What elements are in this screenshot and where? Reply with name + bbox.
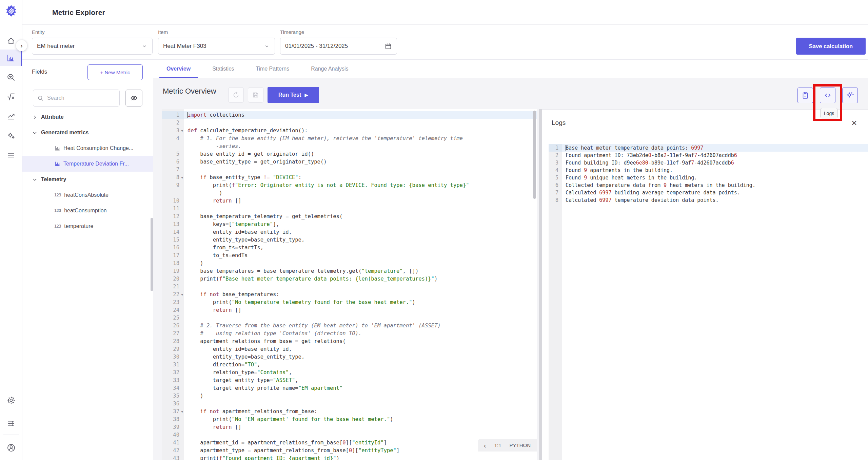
- sidebar-trend-icon[interactable]: [0, 108, 22, 124]
- tree-item-heatconsumption[interactable]: 123heatConsumption: [22, 203, 153, 218]
- code-line: 3▼def calculate_temperature_deviation():: [162, 127, 537, 135]
- line-number: 10: [162, 197, 184, 205]
- code-editor[interactable]: 1import collections2 3▼def calculate_tem…: [162, 109, 537, 460]
- line-number: 41: [162, 439, 184, 447]
- fold-toggle-icon[interactable]: ▼: [181, 127, 183, 135]
- copy-clipboard-button[interactable]: [797, 88, 813, 103]
- app-window: › Metric Explorer Entity Item Timerange …: [0, 0, 868, 460]
- fields-scrollbar-thumb[interactable]: [151, 218, 153, 291]
- statusbar-collapse-icon[interactable]: ‹: [484, 442, 486, 449]
- entity-select[interactable]: EM heat meter: [32, 38, 153, 55]
- sidebar-gear-icon[interactable]: [0, 392, 22, 408]
- sidebar-menu-icon[interactable]: [0, 147, 22, 163]
- code-text: print("No temperature telemetry found fo…: [184, 299, 537, 306]
- log-line: 3Found building ID: d9ee6e80-b89e-11ef-9…: [549, 159, 868, 167]
- tree-item-heatconsabsolute[interactable]: 123heatConsAbsolute: [22, 187, 153, 203]
- tree-label: Heat Consumption Change...: [63, 145, 133, 151]
- code-logs-button[interactable]: [820, 88, 835, 103]
- code-text: return []: [184, 197, 537, 205]
- search-box: [33, 90, 120, 107]
- run-test-button[interactable]: Run Test ▶: [268, 87, 319, 103]
- code-line: ): [162, 189, 537, 197]
- sidebar-bar-chart-icon[interactable]: [0, 50, 22, 66]
- item-value: Heat Meter F303: [163, 43, 206, 50]
- code-text: [184, 166, 537, 174]
- play-icon: ▶: [304, 92, 308, 98]
- save-draft-button[interactable]: [248, 87, 263, 103]
- log-text: Found 9 unique heat meters in the buildi…: [562, 174, 868, 181]
- code-text: direction="TO",: [184, 361, 537, 369]
- tree-label: Attribute: [41, 114, 64, 120]
- code-line: 14 entity_id=base_entity_id,: [162, 228, 537, 236]
- tree-group-attribute[interactable]: Attribute: [22, 109, 153, 125]
- search-icon: [37, 95, 44, 101]
- code-line: 25: [162, 314, 537, 322]
- code-icon: [823, 91, 832, 100]
- line-number: 5: [162, 150, 184, 158]
- refresh-icon: [232, 91, 240, 99]
- code-line: 30 entity_type=base_entity_type,: [162, 353, 537, 361]
- sidebar-expand-button[interactable]: ›: [16, 40, 27, 51]
- fold-toggle-icon[interactable]: ▼: [181, 291, 183, 299]
- tree-label: Telemetry: [41, 176, 66, 183]
- sidebar-rail: [0, 0, 22, 460]
- code-text: apartment_relations_from_base = get_rela…: [184, 338, 537, 345]
- line-number: 34: [162, 384, 184, 392]
- line-number: 11: [162, 205, 184, 213]
- tab-overview[interactable]: Overview: [159, 60, 198, 78]
- tree-label: Generated metrics: [41, 130, 89, 136]
- code-text: from_ts=startTs,: [184, 244, 537, 252]
- sidebar-sparkles-icon[interactable]: [0, 128, 22, 144]
- code-line: 23 print("No temperature telemetry found…: [162, 299, 537, 306]
- tab-time-patterns[interactable]: Time Patterns: [249, 60, 296, 78]
- code-editor-scrollbar-thumb[interactable]: [533, 111, 536, 199]
- code-line: 21: [162, 283, 537, 291]
- metric-overview-header: Metric Overview Run Test ▶: [153, 78, 868, 109]
- fold-toggle-icon[interactable]: ▼: [181, 408, 183, 416]
- line-number: 21: [162, 283, 184, 291]
- ai-assist-button[interactable]: [842, 88, 858, 103]
- tab-range-analysis[interactable]: Range Analysis: [304, 60, 355, 78]
- tree-item-heat-consumption-change-[interactable]: Heat Consumption Change...: [22, 140, 153, 156]
- log-line: 8Calculated 6997 temperature deviation d…: [549, 196, 868, 204]
- panel-resize-handle[interactable]: [539, 109, 542, 460]
- sidebar-sliders-icon[interactable]: [0, 415, 22, 432]
- code-text: target_entity_type="ASSET",: [184, 377, 537, 384]
- logs-output[interactable]: 1Base heat meter temperature data points…: [549, 144, 868, 204]
- tab-statistics[interactable]: Statistics: [205, 60, 241, 78]
- new-metric-button[interactable]: + New Metric: [87, 64, 143, 80]
- line-number: 23: [162, 299, 184, 306]
- log-line-number: 3: [549, 159, 562, 167]
- line-number: 24: [162, 306, 184, 314]
- code-line: 8▼ if base_entity_type != "DEVICE":: [162, 174, 537, 181]
- item-select[interactable]: Heat Meter F303: [158, 38, 275, 55]
- search-input[interactable]: [47, 95, 115, 101]
- code-text: print("No 'EM apartment' found for the b…: [184, 416, 537, 423]
- log-line: 2Found apartment ID: 73eb2de0-b8a2-11ef-…: [549, 152, 868, 159]
- line-number: 39: [162, 423, 184, 431]
- code-line: 38 print("No 'EM apartment' found for th…: [162, 416, 537, 423]
- log-text: Collected temperature data from 9 heat m…: [562, 181, 868, 189]
- close-icon[interactable]: ✕: [851, 119, 857, 127]
- tree-group-telemetry[interactable]: Telemetry: [22, 172, 153, 187]
- line-number: 12: [162, 213, 184, 221]
- line-number: 37▼: [162, 408, 184, 416]
- tree-group-generated-metrics[interactable]: Generated metrics: [22, 125, 153, 140]
- save-calculation-button[interactable]: Save calculation: [796, 38, 866, 55]
- refresh-button[interactable]: [228, 87, 244, 103]
- timerange-picker[interactable]: 01/01/2025 - 31/12/2025: [280, 38, 397, 55]
- code-text: # using relation type 'Contains' (direct…: [184, 330, 537, 338]
- code-text: ): [184, 392, 537, 400]
- tree-item-temperature[interactable]: 123temperature: [22, 218, 153, 234]
- sidebar-search-analytics-icon[interactable]: [0, 69, 22, 85]
- sidebar-math-icon[interactable]: [0, 88, 22, 104]
- sidebar-user-icon[interactable]: [0, 440, 22, 456]
- fold-toggle-icon[interactable]: ▼: [181, 174, 183, 182]
- code-line: 22▼ if not base_temperatures:: [162, 291, 537, 299]
- chevron-down-icon: [32, 130, 38, 136]
- hide-fields-button[interactable]: [125, 90, 142, 107]
- code-text: entity_id=base_entity_id,: [184, 345, 537, 353]
- code-text: [184, 205, 537, 213]
- log-line: 7Calculated 6997 building average temper…: [549, 189, 868, 196]
- tree-item-temperature-deviation-fr-[interactable]: Temperature Deviation Fr...: [22, 156, 153, 172]
